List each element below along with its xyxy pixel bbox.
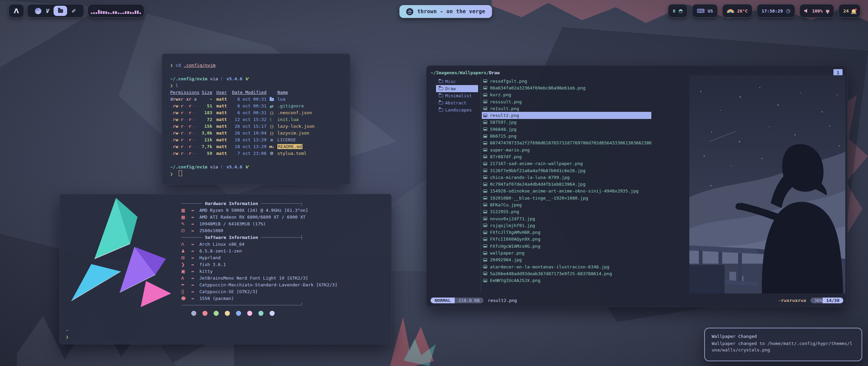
fetch-window[interactable]: ──────── Hardware Information ──────────…	[59, 194, 392, 344]
file-list-item[interactable]: 8FKa7Cu.jpeg	[482, 201, 651, 208]
section-footer: ────────────────────────────────────────…	[181, 302, 337, 309]
file-manager-window[interactable]: ~/Imagenes/Wallpapers/Draw 1 MiscDrawMin…	[426, 65, 848, 307]
wallpaper-shard	[390, 317, 434, 366]
file-list-item[interactable]: resssult.png	[482, 98, 651, 105]
file-type-icon-cell	[267, 109, 277, 117]
image-file-icon	[483, 196, 487, 200]
sidebar-folder-misc[interactable]: Misc	[436, 78, 478, 85]
sidebar-folder-draw[interactable]: Draw	[436, 85, 478, 92]
file-list-item[interactable]: chica-mirando-la-luna-8799.jpg	[482, 174, 651, 181]
file-name: ressdfgult.png	[490, 79, 527, 84]
file-type-icon-cell	[267, 103, 277, 110]
image-file-icon	[483, 169, 487, 172]
info-row: ♟→6.5.8-zen1-1-zen	[181, 248, 337, 255]
file-list-item[interactable]: 3122955.png	[482, 208, 651, 215]
visualizer-bar	[130, 12, 132, 14]
tray-updates[interactable]: 0	[668, 4, 688, 18]
dock-item-file-manager-icon[interactable]	[54, 6, 67, 16]
tray-keyboard-layout[interactable]: US	[692, 4, 718, 18]
file-list-item[interactable]: 866715.png	[482, 133, 651, 139]
updates-value: 0	[673, 8, 675, 14]
file-name: re1sult.png	[490, 106, 519, 111]
file-name: 866715.png	[490, 134, 516, 139]
file-list-item[interactable]: 154928-odinokoe_anime-art-anime-okno-sin…	[482, 188, 651, 195]
tray-notifications[interactable]: 24	[839, 4, 861, 18]
file-name: 20492984.jpg	[490, 257, 522, 262]
file-name: EeNKYgIUcAAJ5JX.png	[490, 278, 540, 283]
file-list-item[interactable]: FXfcII0X0AQyn9X.png	[482, 236, 651, 243]
file-list-item[interactable]: 587597.jpg	[482, 119, 651, 126]
file-name-cell: .neoconf.json	[277, 109, 350, 116]
info-value: 6.5.8-zen1-1-zen	[199, 248, 242, 255]
image-file-icon	[483, 189, 487, 193]
visualizer-bar	[125, 11, 126, 14]
neovim-icon	[46, 8, 49, 14]
clock-icon	[786, 8, 790, 14]
file-list-item[interactable]: 0c794faf07de24a4db4d4fb1eb813964.jpg	[482, 181, 651, 187]
file-list-item[interactable]: kurz.png	[482, 92, 651, 98]
file-list-item[interactable]: atardecer-en-la-montanas-ilustracion-634…	[482, 263, 651, 270]
lua-version: v5.4.6	[226, 76, 242, 81]
sidebar-folder-minimalist[interactable]: Minimalist	[436, 92, 478, 99]
terminal-window[interactable]: ❯cd.config/nvim ~/.config/nvimviav5.4.6 …	[162, 54, 350, 184]
tray-volume[interactable]: 100%	[800, 4, 834, 18]
image-file-icon	[483, 272, 487, 275]
image-file-icon	[483, 183, 487, 186]
arrow-icon: →	[191, 268, 199, 275]
tray-clock[interactable]: 17:50:29	[757, 4, 795, 18]
arrow-icon: →	[191, 255, 199, 261]
visualizer-bar	[98, 10, 100, 14]
lua-moon-icon	[221, 76, 224, 82]
info-row: ⊡→868x366	[181, 227, 337, 234]
terminal-prompt-line[interactable]: ❯	[170, 170, 350, 177]
file-list-item[interactable]: 5a266e448add93deab367d87173e9f25-6837886…	[482, 270, 651, 277]
dock-item-firefox-icon[interactable]	[35, 8, 41, 14]
file-list-item[interactable]: 68747470733a2f2f696d616765732d7769786d70…	[482, 140, 651, 146]
image-file-icon	[483, 107, 487, 110]
memory-icon: ✎	[181, 221, 191, 227]
sidebar-folder-abstract[interactable]: Abstract	[436, 99, 478, 106]
file-list-item[interactable]: nnvuv0xj2df71.jpg	[482, 215, 651, 222]
audio-visualizer[interactable]	[87, 4, 144, 18]
file-list-item[interactable]: 217167-sad-anime-rain-wallpaper.png	[482, 160, 651, 167]
notification-popup[interactable]: Wallpaper Changed Wallpaper changed to /…	[704, 328, 862, 361]
fetch-prompt[interactable]: ~ ❯	[66, 327, 68, 341]
tray-weather[interactable]: 26°C	[722, 4, 752, 18]
image-file-icon	[483, 203, 487, 206]
prompt-cwd: ~/.config/nvim	[170, 76, 208, 81]
dock-item-neovim-icon[interactable]	[46, 8, 49, 14]
image-file-icon	[483, 231, 487, 234]
file-list-item[interactable]: 08a634fa02a32364f69ebc86a98eb1eb.png	[482, 84, 651, 91]
file-list-item[interactable]: 596848.jpg	[482, 126, 651, 133]
open-folder-icon	[439, 108, 443, 111]
file-list-item[interactable]: 87r687df.png	[482, 153, 651, 160]
file-list-item[interactable]: wallpaper.png	[482, 249, 651, 256]
vim-icon	[245, 164, 248, 170]
system-info: ──────── Hardware Information ──────────…	[181, 200, 337, 309]
file-list-item[interactable]: ressdfgult.png	[482, 78, 651, 84]
file-list-item[interactable]: re1sult.png	[482, 105, 651, 112]
file-list-item[interactable]: FXfcHgcWIAMzs0G.png	[482, 243, 651, 249]
file-list-item[interactable]: EeNKYgIUcAAJ5JX.png	[482, 277, 651, 284]
date-cell: 12 oct 15:32	[231, 116, 267, 123]
file-list-item[interactable]: result2.png	[482, 112, 651, 119]
dock-item-paintbrush-icon[interactable]	[72, 8, 76, 14]
file-list-item[interactable]: FXfcJlTXgAMvH6R.png	[482, 229, 651, 236]
file-list-item[interactable]: 20492984.jpg	[482, 257, 651, 263]
file-list-item[interactable]: 19201080-__blue-tinge__-1920×1080.jpg	[482, 195, 651, 201]
size-cell: 3,0k	[199, 130, 214, 137]
visualizer-bar	[132, 12, 134, 14]
file-list-item[interactable]: 3126f7e9bbf21a8a4af0b67b041c6e26.jpg	[482, 167, 651, 174]
date-cell: 6 oct 00:31	[231, 109, 267, 116]
file-list-item[interactable]: rsjqojlmjhf91.jpg	[482, 222, 651, 229]
media-player-widget[interactable]: thrown - on the verge	[399, 5, 492, 18]
file-type-icon-cell	[267, 150, 277, 157]
user-cell: matt	[214, 123, 231, 130]
dock	[27, 4, 84, 18]
arrow-icon: →	[191, 241, 199, 248]
sidebar-folder-landscapes[interactable]: Landscapes	[436, 106, 478, 114]
file-type-icon-cell	[267, 96, 277, 103]
app-launcher-button[interactable]: Λ	[8, 4, 24, 18]
info-row: ✒→Catppuccin-Macchiato-Standard-Lavender…	[181, 282, 337, 288]
file-list-item[interactable]: super-mario.png	[482, 146, 651, 153]
